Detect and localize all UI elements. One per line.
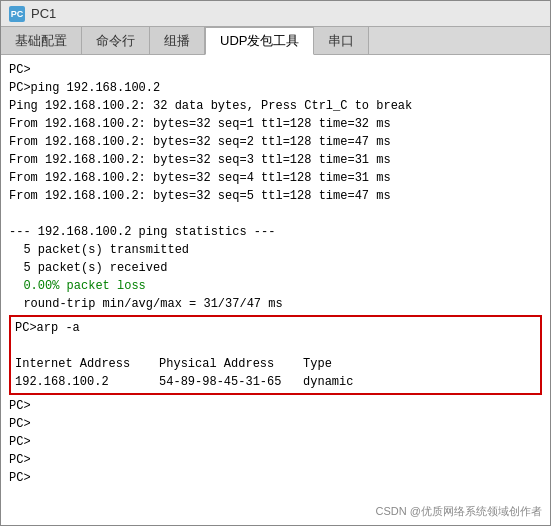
main-window: PC PC1 基础配置 命令行 组播 UDP发包工具 串口 PC> PC>pin… [0, 0, 551, 526]
arp-cmd-line: PC>arp -a [15, 319, 536, 337]
tab-udp[interactable]: UDP发包工具 [205, 27, 314, 55]
terminal-line-6: From 192.168.100.2: bytes=32 seq=2 ttl=1… [9, 133, 542, 151]
tab-bar: 基础配置 命令行 组播 UDP发包工具 串口 [1, 27, 550, 55]
terminal-area[interactable]: PC> PC>ping 192.168.100.2 Ping 192.168.1… [1, 55, 550, 525]
after-line-4: PC> [9, 451, 542, 469]
arp-header: Internet Address Physical Address Type [15, 355, 536, 373]
terminal-line-sent: 5 packet(s) transmitted [9, 241, 542, 259]
tab-basic[interactable]: 基础配置 [1, 27, 82, 54]
arp-blank [15, 337, 536, 355]
terminal-line-2: PC>ping 192.168.100.2 [9, 79, 542, 97]
after-line-2: PC> [9, 415, 542, 433]
terminal-line-1: PC> [9, 61, 542, 79]
terminal-line-5: From 192.168.100.2: bytes=32 seq=1 ttl=1… [9, 115, 542, 133]
terminal-line-stats: --- 192.168.100.2 ping statistics --- [9, 223, 542, 241]
pc-icon: PC [9, 6, 25, 22]
after-line-3: PC> [9, 433, 542, 451]
terminal-line-recv: 5 packet(s) received [9, 259, 542, 277]
after-line-1: PC> [9, 397, 542, 415]
terminal-line-rtt: round-trip min/avg/max = 31/37/47 ms [9, 295, 542, 313]
after-line-5: PC> [9, 469, 542, 487]
terminal-line-blank [9, 205, 542, 223]
terminal-line-9: From 192.168.100.2: bytes=32 seq=5 ttl=1… [9, 187, 542, 205]
tab-group[interactable]: 组播 [150, 27, 205, 54]
window-title: PC1 [31, 6, 56, 21]
arp-entry: 192.168.100.2 54-89-98-45-31-65 dynamic [15, 373, 536, 391]
terminal-line-8: From 192.168.100.2: bytes=32 seq=4 ttl=1… [9, 169, 542, 187]
watermark: CSDN @优质网络系统领域创作者 [376, 504, 542, 519]
terminal-line-loss: 0.00% packet loss [9, 277, 542, 295]
tab-cmd[interactable]: 命令行 [82, 27, 150, 54]
title-bar: PC PC1 [1, 1, 550, 27]
terminal-line-7: From 192.168.100.2: bytes=32 seq=3 ttl=1… [9, 151, 542, 169]
terminal-line-4: Ping 192.168.100.2: 32 data bytes, Press… [9, 97, 542, 115]
tab-serial[interactable]: 串口 [314, 27, 369, 54]
arp-result-box: PC>arp -a Internet Address Physical Addr… [9, 315, 542, 395]
